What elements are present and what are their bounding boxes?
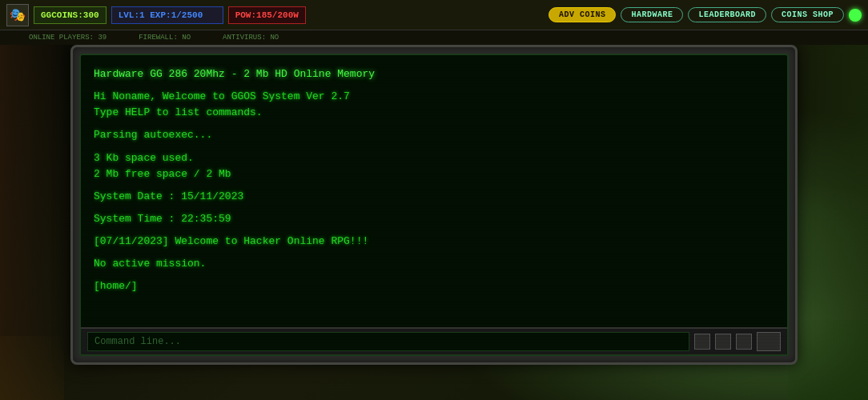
level-stat: LVL:1 EXP:1/2500 [111, 6, 223, 24]
hud-bar: 🎭 GGCOINS:300 LVL:1 EXP:1/2500 POW:185/2… [0, 0, 868, 30]
terminal-line [94, 82, 774, 89]
terminal-line: [home/] [94, 278, 774, 294]
terminal-line: System Time : 22:35:59 [94, 211, 774, 227]
terminal-line [94, 227, 774, 234]
coins-shop-button[interactable]: COINS SHOP [771, 7, 844, 22]
nav-buttons: ADV COINS HARDWARE LEADERBOARD COINS SHO… [549, 7, 862, 22]
status-dot [849, 9, 862, 22]
coins-stat: GGCOINS:300 [34, 6, 106, 24]
coins-label: GGCOINS:300 [41, 10, 99, 20]
cmd-btn-large[interactable] [757, 332, 781, 351]
terminal-line: 2 Mb free space / 2 Mb [94, 166, 774, 182]
hud-sub-bar: ONLINE PLAYERS: 39 FIREWALL: NO ANTIVIRU… [0, 30, 868, 45]
terminal-line: Hi Noname, Welcome to GGOS System Ver 2.… [94, 89, 774, 105]
command-bar [81, 327, 787, 354]
terminal-line: Type HELP to list commands. [94, 105, 774, 121]
terminal-line: Hardware GG 286 20Mhz - 2 Mb HD Online M… [94, 66, 774, 82]
pow-stat: POW:185/200W [228, 6, 306, 24]
terminal-line [94, 272, 774, 278]
avatar: 🎭 [6, 4, 29, 26]
terminal-line [94, 250, 774, 256]
firewall-label: FIREWALL: NO [139, 34, 191, 42]
terminal-line: No active mission. [94, 256, 774, 272]
leaderboard-button[interactable]: LEADERBOARD [688, 7, 766, 22]
online-players-label: ONLINE PLAYERS: 39 [29, 34, 106, 42]
terminal-line [94, 205, 774, 211]
terminal-line [94, 144, 774, 150]
adv-coins-button[interactable]: ADV COINS [549, 7, 617, 22]
hardware-button[interactable]: HARDWARE [621, 7, 683, 22]
terminal-line [94, 121, 774, 127]
cmd-btn-2[interactable] [715, 334, 731, 350]
pow-label: POW:185/200W [235, 10, 299, 20]
terminal-line: System Date : 15/11/2023 [94, 189, 774, 205]
terminal-line [94, 182, 774, 189]
terminal-output: Hardware GG 286 20Mhz - 2 Mb HD Online M… [94, 66, 774, 348]
level-label: LVL:1 EXP:1/2500 [119, 10, 203, 20]
terminal-line: 3 Kb space used. [94, 150, 774, 166]
command-input[interactable] [87, 332, 689, 351]
terminal-line: [07/11/2023] Welcome to Hacker Online RP… [94, 234, 774, 250]
antivirus-label: ANTIVIRUS: NO [223, 34, 279, 42]
cmd-btn-1[interactable] [694, 334, 710, 350]
monitor-inner: Hardware GG 286 20Mhz - 2 Mb HD Online M… [79, 54, 789, 356]
monitor-outer: Hardware GG 286 20Mhz - 2 Mb HD Online M… [70, 45, 798, 365]
cmd-btn-3[interactable] [736, 334, 752, 350]
terminal-line: Parsing autoexec... [94, 127, 774, 143]
